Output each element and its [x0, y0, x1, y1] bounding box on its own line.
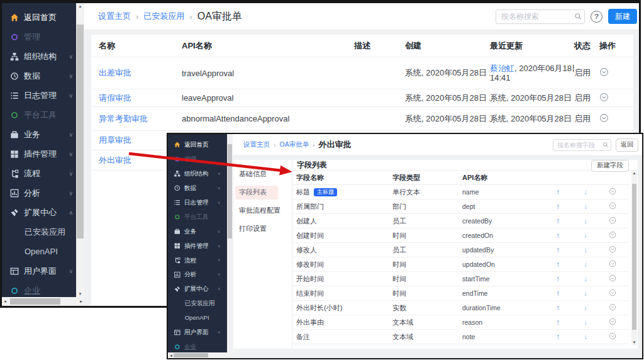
move-up-icon[interactable]: ↑: [556, 245, 584, 254]
scroll-down-icon[interactable]: ▼: [631, 339, 637, 346]
sidebar-item[interactable]: 企业: [168, 339, 224, 352]
sidebar-item[interactable]: 用户界面: [168, 325, 224, 339]
move-down-icon[interactable]: ↓: [584, 188, 609, 196]
scrollbar-thumb[interactable]: [228, 144, 232, 239]
updater-link[interactable]: 蔡治虹: [490, 64, 514, 73]
sidebar-item[interactable]: 日志管理: [168, 195, 224, 210]
sidebar-item[interactable]: 已安装应用: [2, 222, 76, 242]
scrollbar-thumb[interactable]: [10, 298, 60, 305]
sidebar-item[interactable]: 返回首页: [168, 137, 224, 152]
new-field-button[interactable]: 新建字段: [591, 160, 629, 172]
move-down-icon[interactable]: ↓: [584, 289, 609, 298]
sidebar-horizontal-scrollbar[interactable]: ◄ ►: [2, 297, 84, 306]
sidebar-item[interactable]: 日志管理: [2, 86, 76, 105]
sidebar-item[interactable]: 流程: [168, 253, 224, 267]
down-circle-icon[interactable]: [609, 332, 616, 340]
down-circle-icon[interactable]: [609, 303, 616, 311]
move-up-icon[interactable]: ↑: [556, 303, 584, 312]
search-input[interactable]: [496, 9, 585, 24]
field-table-scrollbar[interactable]: ▲ ▼: [631, 170, 637, 346]
scrollbar-thumb[interactable]: [77, 25, 84, 239]
down-circle-icon[interactable]: [609, 289, 616, 296]
move-up-icon[interactable]: ↑: [556, 260, 584, 269]
sidebar-item[interactable]: 业务: [168, 224, 224, 239]
approval-name-link[interactable]: 出差审批: [99, 68, 131, 77]
sidebar-item[interactable]: 平台工具: [2, 105, 76, 125]
move-down-icon[interactable]: ↓: [584, 245, 609, 254]
search-icon[interactable]: [602, 142, 609, 148]
down-circle-icon[interactable]: [609, 245, 616, 253]
search-icon[interactable]: [574, 13, 582, 20]
scroll-left-icon[interactable]: ◄: [3, 300, 7, 303]
approval-name-link[interactable]: 异常考勤审批: [99, 114, 148, 123]
down-circle-icon[interactable]: [609, 231, 616, 239]
sidebar-item[interactable]: 企业: [2, 281, 76, 297]
sidebar-item[interactable]: 已安装应用: [168, 296, 224, 311]
settings-menu-item[interactable]: 打印设置: [233, 220, 292, 238]
down-circle-icon[interactable]: [609, 202, 616, 210]
scroll-up-icon[interactable]: ▲: [76, 3, 84, 9]
sidebar-vertical-scrollbar[interactable]: [227, 134, 233, 352]
sidebar-item[interactable]: 管理: [168, 152, 224, 166]
sidebar-item[interactable]: 管理: [2, 27, 76, 47]
settings-menu-item[interactable]: 字段列表: [235, 186, 278, 200]
sidebar-horizontal-scrollbar[interactable]: ◄: [168, 352, 233, 358]
down-circle-icon[interactable]: [599, 113, 609, 123]
move-up-icon[interactable]: ↑: [556, 202, 584, 211]
move-down-icon[interactable]: ↓: [584, 217, 609, 225]
down-circle-icon[interactable]: [609, 318, 616, 325]
move-up-icon[interactable]: ↑: [556, 231, 584, 240]
move-down-icon[interactable]: ↓: [584, 274, 609, 283]
sidebar-item[interactable]: 返回首页: [2, 8, 76, 27]
new-button[interactable]: 新建: [608, 9, 637, 24]
down-circle-icon[interactable]: [609, 260, 616, 267]
scroll-up-icon[interactable]: ▲: [631, 170, 637, 176]
sidebar-item[interactable]: 流程: [2, 164, 76, 183]
move-down-icon[interactable]: ↓: [584, 332, 609, 341]
approval-name-link[interactable]: 用章审批: [99, 135, 131, 145]
scroll-left-icon[interactable]: ◄: [169, 354, 173, 357]
down-circle-icon[interactable]: [599, 67, 609, 77]
move-down-icon[interactable]: ↓: [584, 303, 609, 312]
move-up-icon[interactable]: ↑: [556, 318, 584, 327]
breadcrumb-link[interactable]: 已安装应用: [143, 11, 184, 22]
down-circle-icon[interactable]: [609, 274, 616, 282]
sidebar-item[interactable]: 数据: [168, 181, 224, 195]
move-down-icon[interactable]: ↓: [584, 260, 609, 269]
sidebar-vertical-scrollbar[interactable]: ▲ ▼: [76, 3, 84, 297]
settings-menu-item[interactable]: 基础信息: [233, 165, 292, 183]
approval-name-link[interactable]: 外出审批: [99, 155, 131, 165]
sidebar-item[interactable]: 数据: [2, 66, 76, 86]
move-up-icon[interactable]: ↑: [556, 289, 584, 298]
settings-menu-item[interactable]: 审批流程配置: [233, 201, 292, 220]
sidebar-item[interactable]: 分析: [2, 183, 76, 203]
sidebar-item[interactable]: 扩展中心: [2, 203, 76, 222]
scrollbar-thumb[interactable]: [632, 184, 636, 330]
approval-name-link[interactable]: 请假审批: [99, 93, 131, 103]
move-up-icon[interactable]: ↑: [556, 332, 584, 341]
sidebar-item[interactable]: 组织结构: [2, 47, 76, 66]
sidebar-item[interactable]: 分析: [168, 267, 224, 282]
back-button[interactable]: 返回: [616, 138, 638, 152]
breadcrumb-link[interactable]: 设置主页: [243, 140, 270, 149]
sidebar-item[interactable]: 组织结构: [168, 166, 224, 181]
breadcrumb-link[interactable]: OA审批单: [280, 140, 309, 149]
move-up-icon[interactable]: ↑: [556, 188, 584, 196]
sidebar-item[interactable]: 扩展中心: [168, 282, 224, 296]
scrollbar-thumb[interactable]: [174, 353, 208, 357]
sidebar-item[interactable]: 插件管理: [2, 144, 76, 164]
scroll-right-icon[interactable]: ►: [79, 300, 83, 303]
down-circle-icon[interactable]: [609, 217, 616, 224]
move-up-icon[interactable]: ↑: [556, 217, 584, 225]
breadcrumb-link[interactable]: 设置主页: [98, 11, 131, 22]
sidebar-item[interactable]: 业务: [2, 125, 76, 144]
move-down-icon[interactable]: ↓: [584, 318, 609, 327]
sidebar-item[interactable]: 插件管理: [168, 239, 224, 253]
move-up-icon[interactable]: ↑: [556, 274, 584, 283]
move-down-icon[interactable]: ↓: [584, 231, 609, 240]
move-down-icon[interactable]: ↓: [584, 202, 609, 211]
down-circle-icon[interactable]: [599, 93, 609, 102]
sidebar-item[interactable]: OpenAPI: [2, 242, 76, 261]
help-icon[interactable]: ?: [591, 11, 602, 23]
sidebar-item[interactable]: 用户界面: [2, 261, 76, 281]
